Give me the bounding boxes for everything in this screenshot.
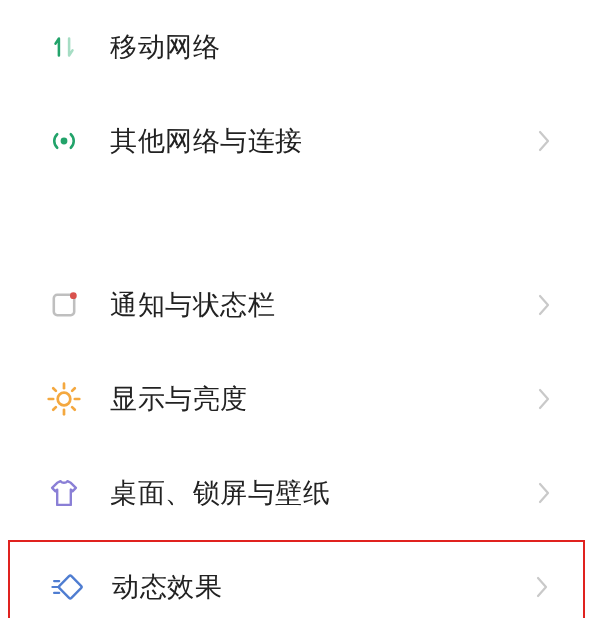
item-other-connections[interactable]: 其他网络与连接 (0, 94, 593, 188)
settings-list: 移动网络 其他网络与连接 通知与状态栏 (0, 0, 593, 618)
notification-icon (42, 283, 86, 327)
svg-rect-15 (58, 575, 82, 599)
item-label: 桌面、锁屏与壁纸 (110, 475, 535, 511)
item-notifications[interactable]: 通知与状态栏 (0, 258, 593, 352)
svg-line-11 (53, 407, 56, 410)
svg-line-9 (72, 407, 75, 410)
item-label: 显示与亮度 (110, 381, 535, 417)
item-label: 动态效果 (112, 569, 533, 605)
svg-line-10 (72, 388, 75, 391)
section-separator (0, 188, 593, 258)
chevron-right-icon (535, 290, 553, 320)
item-motion-effects[interactable]: 动态效果 (8, 540, 585, 618)
chevron-right-icon (535, 384, 553, 414)
svg-line-8 (53, 388, 56, 391)
tshirt-icon (42, 471, 86, 515)
item-label: 其他网络与连接 (110, 123, 535, 159)
chevron-right-icon (535, 126, 553, 156)
svg-point-3 (58, 393, 71, 406)
chevron-right-icon (535, 478, 553, 508)
item-mobile-network[interactable]: 移动网络 (0, 0, 593, 94)
svg-point-0 (61, 138, 68, 145)
broadcast-icon (42, 119, 86, 163)
item-display[interactable]: 显示与亮度 (0, 352, 593, 446)
chevron-right-icon (533, 572, 551, 602)
item-label: 移动网络 (110, 29, 553, 65)
motion-icon (44, 565, 88, 609)
network-icon (42, 25, 86, 69)
sun-icon (42, 377, 86, 421)
item-label: 通知与状态栏 (110, 287, 535, 323)
svg-point-2 (70, 292, 77, 299)
item-desktop-wallpaper[interactable]: 桌面、锁屏与壁纸 (0, 446, 593, 540)
